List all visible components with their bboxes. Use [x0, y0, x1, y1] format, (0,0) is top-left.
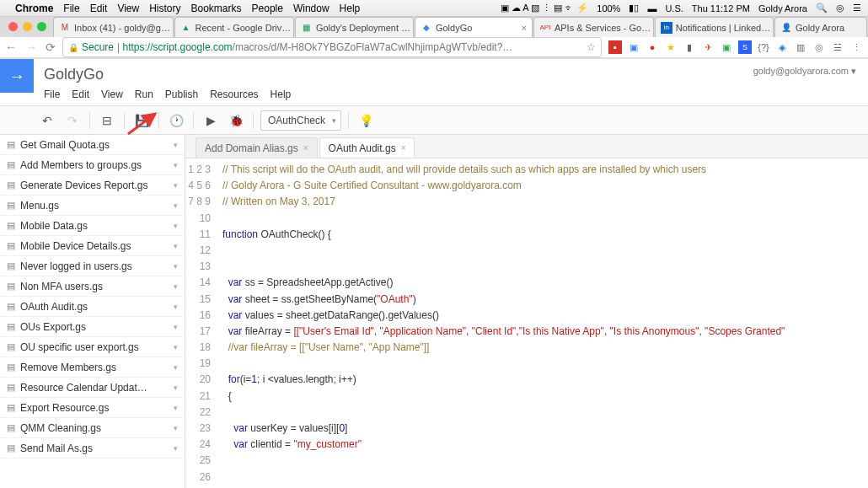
file-item[interactable]: ▤Add Members to groups.gs▾ — [0, 155, 185, 175]
mac-menu-people[interactable]: People — [252, 3, 283, 14]
file-item[interactable]: ▤OUs Export.gs▾ — [0, 317, 185, 337]
chevron-down-icon[interactable]: ▾ — [174, 222, 178, 230]
run-button[interactable]: ▶ — [201, 110, 221, 131]
save-button[interactable]: 💾 — [131, 110, 152, 131]
mac-menu-history[interactable]: History — [149, 3, 180, 14]
spotlight-icon[interactable]: 🔍 — [816, 3, 828, 13]
menu-help[interactable]: Help — [271, 88, 292, 100]
chrome-menu[interactable]: ⋮ — [849, 40, 863, 54]
file-item[interactable]: ▤Send Mail As.gs▾ — [0, 438, 185, 459]
chevron-down-icon[interactable]: ▾ — [174, 343, 178, 351]
menu-resources[interactable]: Resources — [210, 88, 258, 100]
file-item[interactable]: ▤Never logged in users.gs▾ — [0, 256, 185, 276]
file-icon: ▤ — [7, 382, 15, 393]
function-select[interactable]: OAuthCheck — [260, 110, 341, 131]
redo-button[interactable]: ↷ — [62, 110, 83, 131]
file-item[interactable]: ▤OU specific user export.gs▾ — [0, 337, 185, 357]
menu-file[interactable]: File — [44, 88, 60, 100]
omnibox[interactable]: 🔒 Secure | https://script.google.com/mac… — [62, 37, 602, 57]
file-tab[interactable]: Add Domain Alias.gs× — [196, 137, 318, 158]
ext-icon[interactable]: {?} — [757, 40, 770, 54]
close-icon[interactable]: × — [401, 143, 406, 153]
ext-icon[interactable]: ▥ — [794, 40, 807, 54]
chevron-down-icon[interactable]: ▾ — [174, 424, 178, 432]
chevron-down-icon[interactable]: ▾ — [174, 444, 178, 453]
mac-menu-edit[interactable]: Edit — [90, 3, 108, 14]
tab-inbox[interactable]: MInbox (41) - goldy@g…× — [53, 17, 174, 37]
indent-button[interactable]: ⊟ — [97, 110, 117, 131]
file-item[interactable]: ▤Remove Members.gs▾ — [0, 357, 185, 378]
tab-apis[interactable]: APIAPIs & Services - Go…× — [533, 17, 654, 37]
menu-publish[interactable]: Publish — [165, 88, 198, 100]
ext-icon[interactable]: ◎ — [812, 40, 826, 54]
ext-icon[interactable]: ● — [646, 40, 659, 54]
chevron-down-icon[interactable]: ▾ — [174, 242, 178, 250]
chevron-down-icon[interactable]: ▾ — [174, 141, 178, 149]
ext-icon[interactable]: ▣ — [720, 40, 733, 54]
mac-app-name[interactable]: Chrome — [15, 3, 53, 14]
minimize-window[interactable] — [23, 22, 32, 31]
account-email[interactable]: goldy@goldyarora.com ▾ — [753, 66, 856, 77]
ext-icon[interactable]: ☱ — [831, 40, 844, 54]
siri-icon[interactable]: ◎ — [836, 3, 844, 13]
debug-button[interactable]: 🐞 — [226, 110, 246, 131]
chevron-down-icon[interactable]: ▾ — [174, 383, 178, 392]
reload-button[interactable]: ⟳ — [46, 40, 56, 54]
ext-icon[interactable]: ★ — [664, 40, 678, 54]
tab-goldygo[interactable]: ◆GoldyGo× — [415, 17, 533, 37]
ext-icon[interactable]: ▣ — [627, 40, 640, 54]
mac-menu-window[interactable]: Window — [293, 3, 330, 14]
chevron-down-icon[interactable]: ▾ — [174, 404, 178, 412]
list-icon[interactable]: ☰ — [853, 3, 861, 13]
file-item[interactable]: ▤QMM Cleaning.gs▾ — [0, 418, 185, 438]
chevron-down-icon[interactable]: ▾ — [174, 282, 178, 291]
chevron-down-icon[interactable]: ▾ — [174, 161, 178, 169]
close-icon[interactable]: × — [521, 23, 526, 33]
ext-icon[interactable]: ▪ — [608, 40, 622, 54]
menu-view[interactable]: View — [101, 88, 123, 100]
lightbulb-button[interactable]: 💡 — [356, 110, 376, 131]
star-icon[interactable]: ☆ — [587, 41, 596, 53]
mac-menu-view[interactable]: View — [117, 3, 139, 14]
tab-linkedin[interactable]: inNotifications | Linked…× — [655, 17, 774, 37]
chevron-down-icon[interactable]: ▾ — [174, 262, 178, 271]
file-item[interactable]: ▤Export Resource.gs▾ — [0, 398, 185, 418]
menu-run[interactable]: Run — [135, 88, 153, 100]
tab-sheet[interactable]: ▦Goldy's Deployment …× — [295, 17, 414, 37]
file-item[interactable]: ▤Non MFA users.gs▾ — [0, 276, 185, 297]
user-name[interactable]: Goldy Arora — [758, 3, 807, 13]
chevron-down-icon[interactable]: ▾ — [174, 201, 178, 210]
close-icon[interactable]: × — [303, 143, 308, 153]
ext-icon[interactable]: ◈ — [775, 40, 789, 54]
file-icon: ▤ — [7, 442, 15, 453]
menu-edit[interactable]: Edit — [72, 88, 89, 100]
triggers-button[interactable]: 🕐 — [166, 110, 186, 131]
tab-drive[interactable]: ▲Recent - Google Driv…× — [174, 17, 294, 37]
mac-menu-file[interactable]: File — [63, 3, 79, 14]
file-item[interactable]: ▤OAuth Audit.gs▾ — [0, 297, 185, 317]
ext-icon[interactable]: ✈ — [701, 40, 715, 54]
chevron-down-icon[interactable]: ▾ — [174, 363, 178, 372]
file-item[interactable]: ▤Get Gmail Quota.gs▾ — [0, 135, 185, 155]
file-item[interactable]: ▤Generate Devices Report.gs▾ — [0, 175, 185, 196]
back-button[interactable]: ← — [5, 40, 17, 54]
file-item[interactable]: ▤Mobile Data.gs▾ — [0, 216, 185, 236]
file-item[interactable]: ▤Menu.gs▾ — [0, 196, 185, 216]
ext-icon[interactable]: ▮ — [683, 40, 696, 54]
file-item[interactable]: ▤Resource Calendar Updat…▾ — [0, 378, 185, 398]
mac-menu-help[interactable]: Help — [340, 3, 361, 14]
undo-button[interactable]: ↶ — [37, 110, 57, 131]
chevron-down-icon[interactable]: ▾ — [174, 181, 178, 190]
chevron-down-icon[interactable]: ▾ — [174, 303, 178, 311]
project-title[interactable]: GoldyGo — [44, 66, 104, 83]
file-tab-active[interactable]: OAuth Audit.gs× — [319, 137, 415, 158]
mac-menu-bookmarks[interactable]: Bookmarks — [191, 3, 242, 14]
close-window[interactable] — [8, 22, 18, 31]
file-item[interactable]: ▤Mobile Device Details.gs▾ — [0, 236, 185, 256]
tab-profile[interactable]: 👤Goldy Arora — [774, 17, 867, 37]
ext-icon[interactable]: S — [738, 40, 752, 54]
forward-button[interactable]: → — [25, 40, 37, 54]
code-editor[interactable]: 1 2 3 4 5 6 7 8 9 10 11 12 13 14 15 16 1… — [185, 158, 868, 488]
chevron-down-icon[interactable]: ▾ — [174, 323, 178, 331]
zoom-window[interactable] — [37, 22, 46, 31]
